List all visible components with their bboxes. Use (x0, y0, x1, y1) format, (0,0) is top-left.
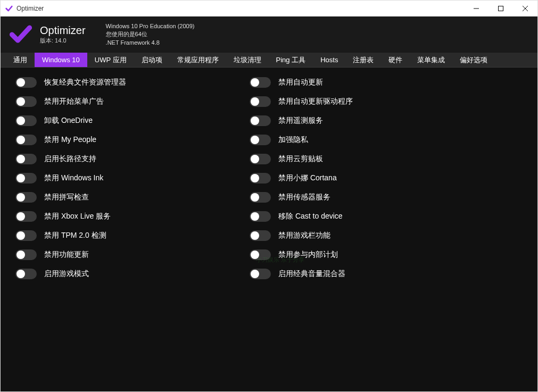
toggle-knob (16, 251, 25, 259)
tab-5[interactable]: 垃圾清理 (226, 53, 269, 67)
toggle-label: 禁用自动更新驱动程序 (278, 97, 353, 106)
toggle-switch[interactable] (250, 249, 271, 260)
app-header: Optimizer 版本: 14.0 Windows 10 Pro Educat… (1, 16, 537, 53)
toggle-row-right-7: 移除 Cast to device (250, 211, 462, 222)
toggle-switch[interactable] (15, 115, 37, 126)
toggle-switch[interactable] (15, 96, 37, 107)
toggle-knob (251, 231, 259, 240)
app-icon (5, 4, 13, 13)
tab-8[interactable]: 注册表 (345, 53, 381, 67)
tab-11[interactable]: 偏好选项 (452, 53, 495, 67)
toggle-row-left-7: 禁用 Xbox Live 服务 (15, 211, 228, 222)
toggle-row-left-0: 恢复经典文件资源管理器 (15, 77, 228, 88)
toggle-row-left-1: 禁用开始菜单广告 (15, 96, 228, 107)
toggle-label: 启用经典音量混合器 (278, 269, 345, 279)
app-version: 版本: 14.0 (40, 37, 86, 45)
toggle-switch[interactable] (15, 211, 37, 222)
toggle-label: 禁用小娜 Cortana (278, 173, 337, 183)
window-controls (464, 1, 537, 16)
tab-3[interactable]: 启动项 (134, 53, 170, 67)
toggle-row-right-0: 禁用自动更新 (250, 77, 462, 88)
tab-2[interactable]: UWP 应用 (87, 53, 134, 67)
window-title: Optimizer (16, 5, 464, 12)
toggle-label: 禁用 Xbox Live 服务 (44, 212, 111, 221)
net-info: .NET Framework 4.8 (106, 39, 195, 47)
toggle-label: 禁用 My People (44, 135, 96, 145)
toggle-switch[interactable] (250, 230, 271, 241)
toggle-knob (251, 155, 259, 163)
toggle-knob (251, 212, 259, 221)
app-window: Optimizer Optimizer 版本: 14.0 Win (0, 0, 538, 392)
toggle-switch[interactable] (250, 96, 271, 107)
toggle-knob (16, 174, 25, 182)
titlebar: Optimizer (1, 1, 537, 16)
toggle-switch[interactable] (15, 269, 37, 279)
tab-10[interactable]: 菜单集成 (410, 53, 452, 67)
toggle-switch[interactable] (250, 211, 271, 222)
toggle-knob (251, 78, 259, 87)
toggle-label: 禁用自动更新 (278, 78, 323, 87)
toggle-knob (251, 136, 259, 144)
toggle-row-left-5: 禁用 Windows Ink (15, 173, 228, 184)
toggle-switch[interactable] (15, 249, 37, 260)
toggle-row-left-4: 启用长路径支持 (15, 154, 228, 164)
toggle-row-left-6: 禁用拼写检查 (15, 192, 228, 203)
toggle-switch[interactable] (250, 269, 271, 279)
toggle-row-right-4: 禁用云剪贴板 (250, 154, 462, 164)
toggle-knob (16, 231, 25, 240)
tab-1[interactable]: Windows 10 (35, 53, 87, 67)
toggle-label: 启用长路径支持 (44, 154, 96, 164)
tab-6[interactable]: Ping 工具 (269, 53, 313, 67)
toggle-switch[interactable] (250, 115, 271, 126)
toggle-knob (251, 116, 259, 125)
tab-9[interactable]: 硬件 (381, 53, 410, 67)
toggle-knob (16, 116, 25, 125)
toggle-row-left-9: 禁用功能更新 (15, 249, 228, 260)
toggle-switch[interactable] (15, 192, 37, 203)
toggle-knob (251, 251, 259, 259)
toggle-column-left: 恢复经典文件资源管理器禁用开始菜单广告卸载 OneDrive禁用 My Peop… (15, 77, 228, 382)
toggle-column-right: 禁用自动更新禁用自动更新驱动程序禁用遥测服务加强隐私禁用云剪贴板禁用小娜 Cor… (250, 77, 462, 382)
system-info: Windows 10 Pro Education (2009) 您使用的是64位… (106, 22, 195, 47)
app-title-block: Optimizer 版本: 14.0 (40, 24, 86, 45)
toggle-switch[interactable] (250, 173, 271, 184)
toggle-label: 禁用传感器服务 (278, 193, 330, 202)
toggle-switch[interactable] (250, 77, 271, 88)
toggle-label: 禁用遥测服务 (278, 116, 323, 126)
svg-rect-1 (499, 6, 503, 11)
tab-4[interactable]: 常规应用程序 (170, 53, 226, 67)
toggle-row-right-3: 加强隐私 (250, 135, 462, 145)
maximize-button[interactable] (489, 1, 513, 16)
toggle-label: 禁用游戏栏功能 (278, 231, 330, 240)
minimize-button[interactable] (464, 1, 489, 16)
toggle-switch[interactable] (15, 173, 37, 184)
toggle-switch[interactable] (250, 135, 271, 145)
toggle-switch[interactable] (15, 154, 37, 164)
toggle-knob (251, 193, 259, 202)
toggle-switch[interactable] (15, 230, 37, 241)
app-name: Optimizer (40, 24, 86, 37)
close-button[interactable] (513, 1, 537, 16)
content-area: 恢复经典文件资源管理器禁用开始菜单广告卸载 OneDrive禁用 My Peop… (1, 68, 537, 391)
toggle-knob (16, 193, 25, 202)
toggle-knob (16, 136, 25, 144)
toggle-switch[interactable] (15, 135, 37, 145)
toggle-switch[interactable] (250, 192, 271, 203)
toggle-switch[interactable] (250, 154, 271, 164)
toggle-label: 恢复经典文件资源管理器 (44, 78, 126, 87)
toggle-knob (16, 155, 25, 163)
toggle-row-left-8: 禁用 TPM 2.0 检测 (15, 230, 228, 241)
toggle-switch[interactable] (15, 77, 37, 88)
toggle-label: 禁用 TPM 2.0 检测 (44, 231, 106, 240)
toggle-row-right-10: 启用经典音量混合器 (250, 269, 462, 279)
arch-info: 您使用的是64位 (106, 30, 195, 38)
toggle-label: 禁用参与内部计划 (278, 250, 338, 260)
os-info: Windows 10 Pro Education (2009) (106, 22, 195, 30)
tab-7[interactable]: Hosts (313, 53, 345, 67)
toggle-label: 启用游戏模式 (44, 269, 89, 279)
tab-0[interactable]: 通用 (6, 53, 35, 67)
toggle-knob (16, 97, 25, 106)
toggle-knob (16, 270, 25, 278)
toggle-label: 禁用云剪贴板 (278, 154, 323, 164)
toggle-row-right-9: 禁用参与内部计划 (250, 249, 462, 260)
